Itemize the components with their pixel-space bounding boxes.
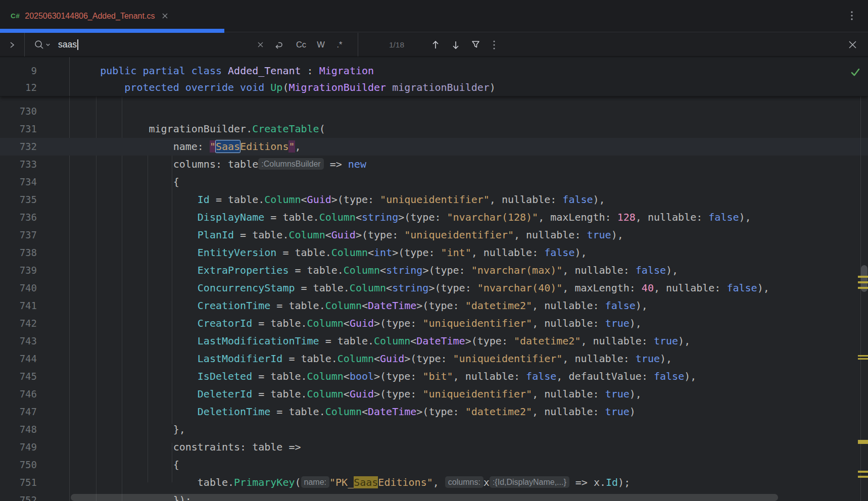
csharp-file-icon: C# [11, 12, 20, 20]
code-line-745[interactable]: 745 IsDeleted = table.Column<bool>(type:… [0, 368, 868, 385]
line-number: 12 [0, 79, 37, 96]
code-text: { [76, 173, 179, 191]
sticky-lines-panel: 9 public partial class Added_Tenant : Mi… [0, 57, 868, 96]
code-line-744[interactable]: 744 LastModifierId = table.Column<Guid>(… [0, 350, 868, 368]
code-line-750[interactable]: 750 { [0, 456, 868, 474]
text-caret [77, 39, 78, 50]
line-number: 752 [0, 491, 37, 501]
code-line-741[interactable]: 741 CreationTime = table.Column<DateTime… [0, 297, 868, 315]
code-line-730[interactable]: 730 [0, 103, 868, 120]
code-text: LastModificationTime = table.Column<Date… [76, 332, 690, 350]
horizontal-scrollbar-thumb[interactable] [71, 494, 778, 501]
search-match-stripe-mark[interactable] [858, 476, 868, 478]
file-tab-title: 20250630144806_Added_Tenant.cs [25, 12, 155, 21]
editor-options-kebab-icon[interactable] [845, 9, 859, 23]
line-number: 730 [0, 103, 37, 120]
search-match-stripe-mark[interactable] [858, 358, 868, 360]
code-text: migrationBuilder.CreateTable( [76, 120, 325, 138]
code-text: ExtraProperties = table.Column<string>(t… [76, 262, 678, 279]
line-number: 751 [0, 474, 37, 491]
code-line-749[interactable]: 749 constraints: table => [0, 438, 868, 456]
match-counter: 1/18 [374, 33, 419, 57]
editor-tab-bar: C# 20250630144806_Added_Tenant.cs [0, 0, 868, 32]
previous-match-icon[interactable] [428, 38, 443, 52]
code-text: }, [76, 421, 185, 438]
code-line-740[interactable]: 740 ConcurrencyStamp = table.Column<stri… [0, 279, 868, 297]
search-match-stripe-mark[interactable] [858, 355, 868, 357]
code-line-737[interactable]: 737 PlanId = table.Column<Guid>(type: "u… [0, 226, 868, 244]
code-text: table.PrimaryKey(name:"PK_SaasEditions",… [76, 474, 630, 491]
code-text: Id = table.Column<Guid>(type: "uniqueide… [76, 191, 605, 209]
clear-search-icon[interactable] [253, 38, 267, 52]
line-number: 746 [0, 385, 37, 403]
code-line-9[interactable]: 9 public partial class Added_Tenant : Mi… [0, 63, 868, 79]
code-text: PlanId = table.Column<Guid>(type: "uniqu… [76, 226, 623, 244]
line-number: 744 [0, 350, 37, 368]
line-number: 741 [0, 297, 37, 315]
ide-window: C# 20250630144806_Added_Tenant.cs [0, 0, 868, 501]
code-line-743[interactable]: 743 LastModificationTime = table.Column<… [0, 332, 868, 350]
line-number: 736 [0, 209, 37, 226]
line-number: 749 [0, 438, 37, 456]
search-input[interactable]: saas [58, 33, 78, 57]
line-number: 732 [0, 138, 37, 156]
line-number: 734 [0, 173, 37, 191]
error-stripe[interactable] [860, 96, 868, 501]
filter-icon[interactable] [468, 38, 483, 52]
code-line-739[interactable]: 739 ExtraProperties = table.Column<strin… [0, 262, 868, 279]
search-query-text: saas [58, 39, 77, 50]
code-line-742[interactable]: 742 CreatorId = table.Column<Guid>(type:… [0, 315, 868, 332]
tab-close-icon[interactable] [162, 13, 168, 19]
newline-icon[interactable] [271, 38, 286, 52]
code-line-736[interactable]: 736 DisplayName = table.Column<string>(t… [0, 209, 868, 226]
search-match-stripe-mark[interactable] [858, 287, 868, 289]
expand-replace-chevron-icon[interactable] [7, 40, 17, 50]
line-number: 9 [0, 63, 37, 79]
search-match-stripe-mark[interactable] [858, 440, 868, 444]
line-number: 737 [0, 226, 37, 244]
code-line-734[interactable]: 734 { [0, 173, 868, 191]
match-case-toggle[interactable]: Cc [293, 38, 309, 52]
code-text: protected override void Up(MigrationBuil… [76, 79, 496, 96]
line-number: 738 [0, 244, 37, 262]
code-line-747[interactable]: 747 DeletionTime = table.Column<DateTime… [0, 403, 868, 421]
toolbar-divider [358, 33, 358, 57]
code-text: DeletionTime = table.Column<DateTime>(ty… [76, 403, 636, 421]
code-text: LastModifierId = table.Column<Guid>(type… [76, 350, 672, 368]
code-editor[interactable]: 730731 migrationBuilder.CreateTable(732 … [0, 96, 868, 501]
code-line-751[interactable]: 751 table.PrimaryKey(name:"PK_SaasEditio… [0, 474, 868, 491]
search-match-stripe-mark[interactable] [858, 471, 868, 473]
code-line-738[interactable]: 738 EntityVersion = table.Column<int>(ty… [0, 244, 868, 262]
line-number: 743 [0, 332, 37, 350]
line-number: 750 [0, 456, 37, 474]
search-more-kebab-icon[interactable] [488, 38, 501, 52]
code-line-731[interactable]: 731 migrationBuilder.CreateTable( [0, 120, 868, 138]
search-match-stripe-mark[interactable] [858, 281, 868, 283]
whole-words-toggle[interactable]: W [313, 38, 329, 52]
toolbar-divider [24, 33, 25, 57]
code-text: public partial class Added_Tenant : Migr… [76, 63, 374, 79]
find-toolbar: saas Cc W .* 1/18 [0, 33, 868, 57]
code-line-735[interactable]: 735 Id = table.Column<Guid>(type: "uniqu… [0, 191, 868, 209]
code-line-12[interactable]: 12 protected override void Up(MigrationB… [0, 79, 868, 96]
line-number: 745 [0, 368, 37, 385]
search-options-icon[interactable] [33, 39, 52, 51]
file-tab[interactable]: C# 20250630144806_Added_Tenant.cs [0, 0, 168, 32]
search-match-stripe-mark[interactable] [858, 276, 868, 278]
code-text: { [76, 456, 179, 474]
code-text: CreationTime = table.Column<DateTime>(ty… [76, 297, 648, 315]
code-text: CreatorId = table.Column<Guid>(type: "un… [76, 315, 642, 332]
close-search-icon[interactable] [845, 37, 860, 53]
code-text: name: "SaasEditions", [76, 138, 301, 156]
regex-toggle[interactable]: .* [331, 38, 348, 52]
next-match-icon[interactable] [449, 38, 463, 52]
inspections-ok-check-icon[interactable] [850, 67, 861, 78]
code-text: DisplayName = table.Column<string>(type:… [76, 209, 751, 226]
line-number: 735 [0, 191, 37, 209]
code-line-733[interactable]: 733 columns: table:ColumnsBuilder => new [0, 156, 868, 173]
line-number: 740 [0, 279, 37, 297]
code-line-748[interactable]: 748 }, [0, 421, 868, 438]
code-line-746[interactable]: 746 DeleterId = table.Column<Guid>(type:… [0, 385, 868, 403]
code-text: columns: table:ColumnsBuilder => new [76, 156, 366, 173]
code-line-732[interactable]: 732 name: "SaasEditions", [0, 138, 868, 156]
